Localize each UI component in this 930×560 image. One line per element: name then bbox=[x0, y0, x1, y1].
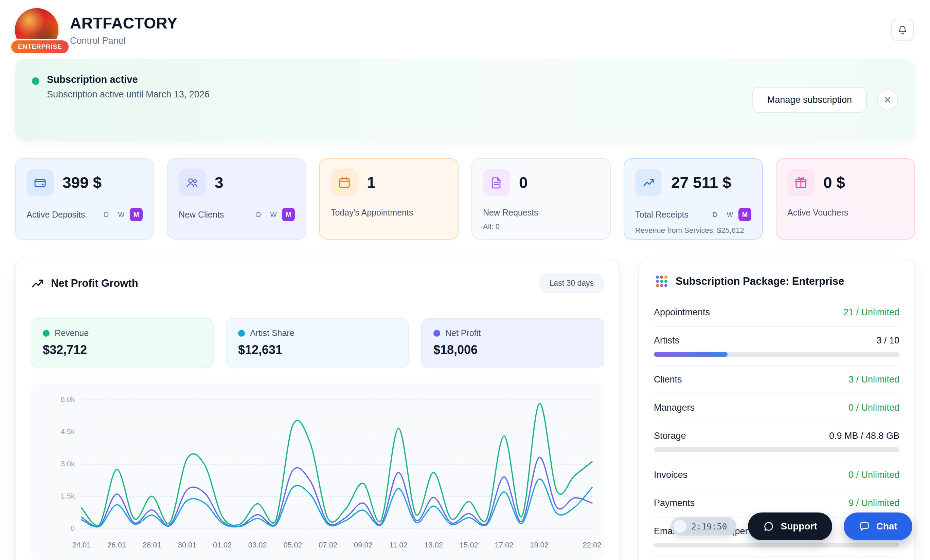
artist-share-dot-icon bbox=[238, 330, 245, 337]
chart-legend: Revenue $32,712 Artist Share $12,631 Net… bbox=[31, 318, 604, 368]
package-row-artists: Artists 3 / 10 bbox=[654, 327, 899, 366]
toggle-week-button[interactable]: W bbox=[724, 208, 736, 221]
toggle-month-button[interactable]: M bbox=[738, 208, 751, 221]
period-toggle: D W M bbox=[100, 208, 143, 221]
chart-plot-area: 6.0k4.5k3.0k1.5k0 bbox=[82, 399, 592, 528]
title-block: ARTFACTORY Control Panel bbox=[70, 14, 178, 46]
stat-label: New Requests bbox=[483, 208, 538, 218]
session-timer: 2:19:50 bbox=[671, 517, 736, 535]
app-logo: ENTERPRISE bbox=[15, 8, 59, 52]
stat-label: New Clients bbox=[179, 210, 224, 219]
stat-sub-label: Revenue from Services: $25,612 bbox=[635, 226, 751, 235]
banner-subtitle: Subscription active until March 13, 2026 bbox=[47, 89, 209, 100]
stat-label: Total Receipts bbox=[635, 210, 688, 219]
package-row-clients: Clients 3 / Unlimited bbox=[654, 366, 899, 394]
x-axis-label: 28.01 bbox=[143, 541, 161, 549]
document-icon bbox=[483, 169, 510, 196]
toggle-day-button[interactable]: D bbox=[100, 208, 113, 221]
y-axis-label: 6.0k bbox=[60, 395, 75, 404]
banner-close-button[interactable]: ✕ bbox=[877, 89, 898, 110]
toggle-month-button[interactable]: M bbox=[282, 208, 295, 221]
profit-line-chart: 6.0k4.5k3.0k1.5k0 24.0126.0128.0130.0101… bbox=[31, 383, 604, 560]
page-subtitle: Control Panel bbox=[70, 35, 178, 46]
toggle-month-button[interactable]: M bbox=[130, 208, 143, 221]
package-row-storage: Storage 0.9 MB / 48.8 GB bbox=[654, 422, 899, 461]
storage-progress-bar bbox=[654, 447, 899, 452]
stat-value: 27 511 $ bbox=[671, 173, 731, 192]
period-toggle: D W M bbox=[708, 208, 751, 221]
wallet-icon bbox=[26, 169, 54, 196]
stat-sub-label: All: 0 bbox=[483, 222, 599, 231]
y-axis-label: 4.5k bbox=[60, 427, 75, 436]
email-progress-bar bbox=[654, 543, 899, 548]
x-axis-label: 01.02 bbox=[213, 541, 232, 549]
chart-title: Net Profit Growth bbox=[51, 277, 138, 290]
package-row-invoices: Invoices 0 / Unlimited bbox=[654, 461, 899, 489]
toggle-day-button[interactable]: D bbox=[252, 208, 265, 221]
control-panel-page: ENTERPRISE ARTFACTORY Control Panel Subs… bbox=[0, 0, 930, 560]
stat-card-active-deposits: 399 $ Active Deposits D W M bbox=[15, 158, 154, 239]
revenue-dot-icon bbox=[43, 330, 49, 337]
stat-card-active-vouchers: 0 $ Active Vouchers bbox=[776, 158, 915, 239]
y-axis-label: 0 bbox=[71, 524, 75, 533]
chat-button[interactable]: Chat bbox=[844, 512, 912, 540]
chart-series-svg bbox=[82, 399, 592, 528]
stat-value: 3 bbox=[215, 173, 223, 192]
stats-row: 399 $ Active Deposits D W M 3 bbox=[15, 158, 915, 239]
stat-value: 0 bbox=[519, 173, 528, 192]
stat-label: Today's Appointments bbox=[331, 208, 413, 218]
chat-bubble-icon bbox=[859, 521, 870, 532]
gridline bbox=[82, 528, 592, 529]
toggle-week-button[interactable]: W bbox=[267, 208, 280, 221]
close-icon: ✕ bbox=[884, 94, 891, 106]
net-profit-growth-card: Net Profit Growth Last 30 days Revenue $… bbox=[15, 259, 620, 560]
x-axis-label: 17.02 bbox=[494, 541, 513, 549]
package-grid-icon bbox=[654, 273, 670, 289]
timer-value: 2:19:50 bbox=[691, 522, 727, 531]
legend-net-profit: Net Profit $18,006 bbox=[421, 318, 604, 368]
timer-dot-icon bbox=[674, 520, 687, 533]
x-axis-labels: 24.0126.0128.0130.0101.0203.0205.0207.02… bbox=[82, 541, 592, 550]
banner-text: Subscription active Subscription active … bbox=[47, 74, 209, 100]
stat-label: Active Deposits bbox=[26, 210, 85, 219]
legend-artist-share: Artist Share $12,631 bbox=[226, 318, 409, 368]
net-profit-dot-icon bbox=[433, 330, 440, 337]
package-title: Subscription Package: Enterprise bbox=[676, 275, 844, 287]
x-axis-label: 24.01 bbox=[72, 541, 91, 549]
package-row-appointments: Appointments 21 / Unlimited bbox=[654, 299, 899, 327]
x-axis-label: 05.02 bbox=[283, 541, 302, 549]
x-axis-label: 19.02 bbox=[530, 541, 548, 549]
legend-revenue: Revenue $32,712 bbox=[31, 318, 214, 368]
date-range-selector[interactable]: Last 30 days bbox=[539, 273, 604, 293]
artists-progress-bar bbox=[654, 352, 899, 357]
support-button[interactable]: Support bbox=[748, 512, 832, 540]
x-axis-label: 26.01 bbox=[107, 541, 126, 549]
trend-icon bbox=[635, 169, 662, 196]
stat-card-new-requests: 0 New Requests All: 0 bbox=[471, 158, 611, 239]
status-dot bbox=[32, 77, 39, 85]
stat-value: 0 $ bbox=[823, 173, 845, 192]
notifications-button[interactable] bbox=[891, 19, 914, 41]
stat-label: Active Vouchers bbox=[787, 208, 848, 218]
stat-card-todays-appointments: 1 Today's Appointments bbox=[319, 158, 459, 239]
x-axis-label: 15.02 bbox=[460, 541, 478, 549]
support-chat-bubble-icon bbox=[763, 521, 774, 532]
x-axis-label: 13.02 bbox=[424, 541, 443, 549]
banner-title: Subscription active bbox=[47, 74, 209, 85]
floating-controls: 2:19:50 Support Chat bbox=[671, 512, 912, 540]
x-axis-label: 09.02 bbox=[354, 541, 373, 549]
y-axis-label: 1.5k bbox=[60, 492, 75, 501]
stat-card-total-receipts: 27 511 $ Total Receipts D W M Revenue fr… bbox=[624, 158, 763, 239]
manage-subscription-button[interactable]: Manage subscription bbox=[752, 87, 867, 113]
y-axis-label: 3.0k bbox=[60, 460, 75, 468]
bell-icon bbox=[897, 25, 908, 35]
stat-value: 1 bbox=[367, 173, 376, 192]
trend-up-icon bbox=[31, 276, 45, 290]
toggle-week-button[interactable]: W bbox=[115, 208, 128, 221]
toggle-day-button[interactable]: D bbox=[708, 208, 721, 221]
page-title: ARTFACTORY bbox=[70, 14, 178, 32]
package-row-managers: Managers 0 / Unlimited bbox=[654, 394, 899, 422]
stat-card-new-clients: 3 New Clients D W M bbox=[167, 158, 306, 239]
clients-icon bbox=[179, 169, 206, 196]
enterprise-badge: ENTERPRISE bbox=[9, 39, 70, 55]
